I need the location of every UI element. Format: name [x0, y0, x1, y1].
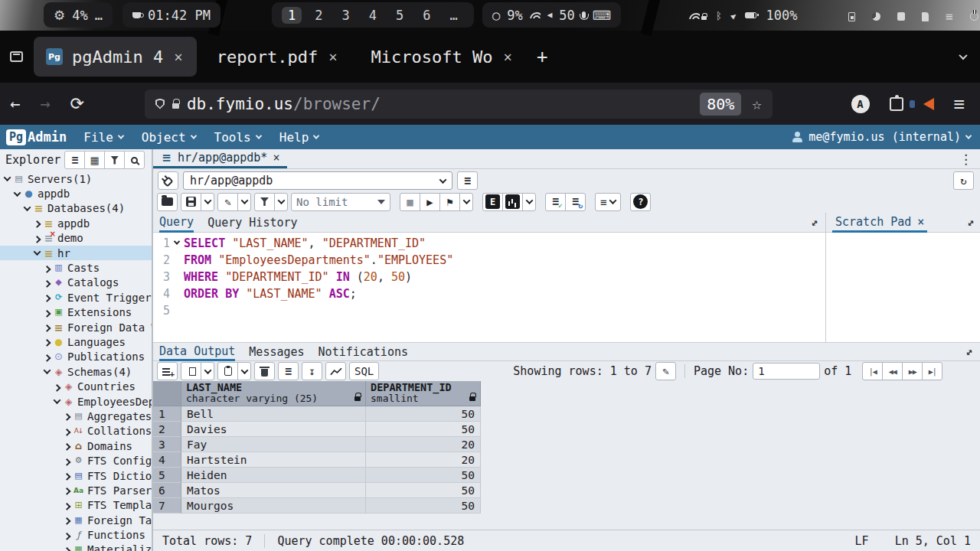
chevron-down-icon[interactable]: [14, 189, 21, 197]
scratch-pad-area[interactable]: [825, 233, 980, 342]
download-button[interactable]: ↧: [302, 362, 322, 380]
tab-close-icon[interactable]: ×: [502, 48, 514, 65]
tab-notifications[interactable]: Notifications: [318, 343, 408, 360]
row-number[interactable]: 1: [153, 406, 181, 422]
exit-icon[interactable]: [848, 12, 855, 21]
bluetooth-icon[interactable]: ᛒ: [716, 10, 722, 21]
chevron-down-icon[interactable]: [24, 204, 31, 211]
cell-last-name[interactable]: Matos: [181, 483, 366, 498]
cell-department-id[interactable]: 50: [366, 498, 481, 514]
chevron-right-icon[interactable]: [44, 324, 51, 332]
eol-mode-label[interactable]: LF: [855, 534, 869, 548]
chevron-right-icon[interactable]: [64, 473, 71, 481]
send-icon[interactable]: ▶: [729, 10, 739, 21]
reload-button[interactable]: ⟳: [60, 94, 94, 113]
tree-item-servers-1[interactable]: Servers(1): [0, 171, 152, 186]
tree-item-casts[interactable]: Casts: [0, 260, 152, 275]
fold-chevron-down-icon[interactable]: [174, 238, 180, 244]
workspace-6[interactable]: 6: [416, 7, 436, 24]
query-tool-tab[interactable]: hr/app@appdb* ×: [153, 149, 287, 168]
edit-button[interactable]: ✎: [217, 193, 238, 211]
chevron-right-icon[interactable]: [64, 517, 71, 525]
expand-icon[interactable]: ↔: [962, 344, 976, 359]
menu-file[interactable]: File: [74, 125, 132, 149]
url-text[interactable]: db.fymio.us/browser/: [187, 95, 692, 113]
stop-button[interactable]: ■: [400, 193, 420, 211]
tree-item-appdb[interactable]: appdb: [0, 216, 152, 230]
chevron-right-icon[interactable]: [34, 236, 41, 243]
tree-item-catalogs[interactable]: Catalogs: [0, 276, 152, 290]
macros-button[interactable]: ≡: [595, 193, 621, 211]
filter-options-button[interactable]: [274, 193, 288, 211]
new-tab-button[interactable]: +: [526, 46, 558, 67]
tree-item-foreign-tables[interactable]: Foreign Tables: [0, 513, 152, 527]
tree-item-fts-parsers[interactable]: FTS Parsers: [0, 483, 152, 497]
tree-item-databases-4[interactable]: Databases(4): [0, 201, 152, 216]
tree-item-schemas-4[interactable]: Schemas(4): [0, 364, 152, 379]
chevron-down-icon[interactable]: [44, 367, 51, 374]
cell-last-name[interactable]: Davies: [181, 422, 366, 437]
workspace-2[interactable]: 2: [309, 7, 328, 24]
user-menu[interactable]: me@fymio.us (internal): [792, 130, 971, 144]
workspace-5[interactable]: 5: [390, 7, 410, 24]
tab-messages[interactable]: Messages: [249, 343, 304, 360]
refresh-button[interactable]: ↻: [953, 171, 974, 190]
chevron-right-icon[interactable]: [64, 458, 71, 466]
filter-button[interactable]: [104, 151, 125, 169]
file-icon[interactable]: [922, 12, 929, 21]
tree-item-fts-templates[interactable]: FTS Templates: [0, 498, 152, 513]
execute-options-button[interactable]: [459, 193, 473, 211]
workspace-1[interactable]: 1: [282, 7, 302, 24]
chevron-right-icon[interactable]: [64, 487, 71, 495]
row-limit-select[interactable]: No limit: [291, 193, 390, 211]
chevron-right-icon[interactable]: [44, 339, 51, 347]
forward-button[interactable]: →: [30, 94, 60, 113]
cell-last-name[interactable]: Hartstein: [181, 452, 366, 468]
extensions-puzzle-icon[interactable]: [890, 97, 903, 111]
row-number[interactable]: 4: [153, 452, 181, 468]
disk-icon[interactable]: [897, 12, 905, 21]
cell-last-name[interactable]: Mourgos: [181, 498, 366, 514]
megaphone-extension-icon[interactable]: [923, 98, 934, 110]
row-number[interactable]: 2: [153, 422, 181, 437]
menu-tools[interactable]: Tools: [205, 125, 270, 149]
chevron-right-icon[interactable]: [34, 220, 41, 228]
copy-button[interactable]: [181, 362, 201, 380]
tree-item-languages[interactable]: Languages: [0, 334, 152, 349]
chevron-down-icon[interactable]: [4, 174, 11, 181]
usage-pie-icon[interactable]: [872, 12, 880, 21]
tree-item-domains[interactable]: Domains: [0, 439, 152, 453]
row-number[interactable]: 5: [153, 468, 181, 483]
browser-menu-icon[interactable]: ≡: [954, 93, 965, 115]
rollback-button[interactable]: ≡: [565, 193, 586, 211]
sql-editor[interactable]: 12345 SELECT "LAST_NAME", "DEPARTMENT_ID…: [153, 233, 825, 342]
delete-row-button[interactable]: [254, 362, 275, 380]
tab-close-icon[interactable]: ×: [273, 151, 279, 165]
add-row-button[interactable]: [157, 362, 178, 380]
browser-view-icon[interactable]: [10, 51, 23, 62]
scratch-pad-tab[interactable]: Scratch Pad ×: [832, 214, 927, 233]
cursor-position-label[interactable]: Ln 5, Col 1: [895, 534, 971, 548]
explain-button[interactable]: E: [482, 193, 503, 211]
chevron-right-icon[interactable]: [44, 265, 51, 272]
sql-button[interactable]: SQL: [349, 362, 379, 380]
tree-item-fts-dictionaries[interactable]: FTS Dictionaries: [0, 468, 152, 483]
sql-code[interactable]: SELECT "LAST_NAME", "DEPARTMENT_ID"FROM …: [181, 235, 825, 342]
chevron-right-icon[interactable]: [44, 354, 51, 362]
save-data-button[interactable]: ≡: [278, 362, 299, 380]
tree-item-aggregates[interactable]: Aggregates: [0, 409, 152, 423]
execute-to-cursor-button[interactable]: ⚑: [439, 193, 460, 211]
row-number[interactable]: 3: [153, 437, 181, 452]
tree-item-publications[interactable]: Publications: [0, 350, 152, 364]
chevron-right-icon[interactable]: [44, 295, 51, 302]
cell-department-id[interactable]: 20: [366, 437, 481, 452]
chevron-right-icon[interactable]: [64, 413, 71, 421]
save-options-button[interactable]: [201, 193, 214, 211]
zoom-level-badge[interactable]: 80%: [700, 93, 741, 116]
https-lock-icon[interactable]: [172, 103, 179, 109]
clock-module[interactable]: 01:42 PM: [122, 2, 220, 28]
open-file-button[interactable]: [157, 193, 178, 211]
prev-page-button[interactable]: ◀◀: [882, 362, 903, 380]
copy-options-button[interactable]: [201, 362, 214, 380]
tree-item-functions[interactable]: Functions: [0, 527, 152, 542]
